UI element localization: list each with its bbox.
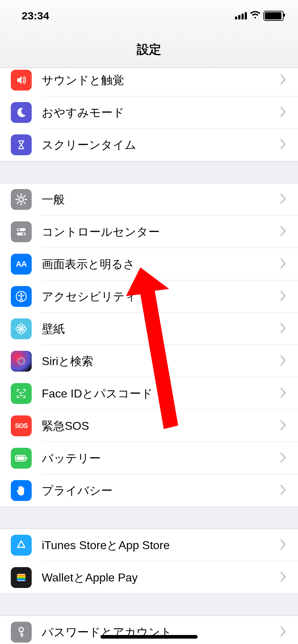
row-label: iTunes StoreとApp Store: [32, 539, 280, 552]
chevron-right-icon: [280, 226, 298, 238]
chevron-right-icon: [280, 139, 298, 151]
settings-group-0: サウンドと触覚 おやすみモード スクリーンタイム: [0, 68, 298, 161]
settings-row-dnd[interactable]: おやすみモード: [0, 96, 298, 129]
row-label: 画面表示と明るさ: [32, 258, 280, 271]
row-label: アクセシビリティ: [32, 290, 280, 303]
chevron-right-icon: [280, 193, 298, 206]
svg-point-17: [20, 331, 23, 334]
settings-row-sounds[interactable]: サウンドと触覚: [0, 68, 298, 96]
svg-line-7: [24, 196, 25, 197]
settings-row-faceid[interactable]: Face IDとパスコード: [0, 377, 298, 410]
gear-icon: [11, 189, 32, 210]
battery-full-icon: [11, 448, 32, 469]
chevron-right-icon: [280, 106, 298, 119]
settings-row-sos[interactable]: SOS 緊急SOS: [0, 410, 298, 442]
battery-icon: [263, 11, 284, 21]
svg-rect-30: [26, 457, 27, 459]
row-label: プライバシー: [32, 484, 280, 497]
chevron-right-icon: [280, 323, 298, 335]
home-indicator[interactable]: [0, 635, 298, 639]
svg-point-16: [20, 323, 23, 327]
faceid-icon: [11, 383, 32, 404]
settings-row-controlcenter[interactable]: コントロールセンター: [0, 216, 298, 248]
flower-icon: [11, 318, 32, 339]
settings-row-privacy[interactable]: プライバシー: [0, 474, 298, 507]
settings-row-wallpaper[interactable]: 壁紙: [0, 313, 298, 345]
svg-point-24: [18, 358, 25, 365]
icon-text: AA: [16, 259, 27, 269]
row-label: サウンドと触覚: [32, 74, 280, 87]
chevron-right-icon: [280, 452, 298, 464]
svg-rect-35: [17, 579, 26, 580]
wifi-icon: [250, 11, 261, 21]
page-title: 設定: [137, 41, 161, 58]
svg-point-23: [17, 330, 21, 333]
cellular-signal-icon: [235, 12, 247, 19]
svg-point-27: [22, 392, 23, 393]
svg-rect-29: [17, 456, 24, 460]
svg-point-26: [19, 392, 20, 393]
hourglass-icon: [11, 134, 32, 155]
row-label: 壁紙: [32, 322, 280, 335]
svg-point-18: [16, 328, 19, 330]
settings-group-2: iTunes StoreとApp Store WalletとApple Pay: [0, 529, 298, 594]
moon-icon: [11, 102, 32, 123]
row-label: Face IDとパスコード: [32, 387, 280, 400]
row-label: 緊急SOS: [32, 419, 280, 432]
appstore-icon: [11, 535, 32, 556]
svg-rect-34: [17, 578, 26, 579]
settings-row-screentime[interactable]: スクリーンタイム: [0, 129, 298, 161]
settings-row-siri[interactable]: Siriと検索: [0, 345, 298, 377]
settings-group-3: パスワードとアカウント: [0, 616, 298, 644]
chevron-right-icon: [280, 539, 298, 551]
chevron-right-icon: [280, 571, 298, 584]
chevron-right-icon: [280, 74, 298, 86]
chevron-right-icon: [280, 258, 298, 270]
switches-icon: [11, 221, 32, 242]
svg-point-14: [20, 293, 22, 295]
accessibility-icon: [11, 286, 32, 307]
row-label: バッテリー: [32, 452, 280, 465]
svg-line-8: [17, 202, 19, 203]
settings-row-accessibility[interactable]: アクセシビリティ: [0, 280, 298, 313]
row-label: スクリーンタイム: [32, 138, 280, 151]
status-bar: 23:34: [0, 0, 298, 32]
svg-point-10: [18, 229, 20, 231]
svg-point-19: [23, 328, 27, 330]
navigation-bar: 設定: [0, 32, 298, 68]
settings-row-general[interactable]: 一般: [0, 183, 298, 216]
settings-row-itunes[interactable]: iTunes StoreとApp Store: [0, 529, 298, 561]
siri-icon: [11, 351, 32, 372]
svg-point-12: [22, 233, 24, 235]
settings-row-passwords[interactable]: パスワードとアカウント: [0, 616, 298, 644]
status-right: [235, 11, 284, 21]
settings-row-display[interactable]: AA 画面表示と明るさ: [0, 248, 298, 280]
svg-point-22: [22, 325, 26, 328]
svg-rect-33: [17, 576, 26, 578]
settings-group-1: 一般 コントロールセンター AA 画面表示と明るさ アクセシビリティ 壁紙: [0, 183, 298, 507]
status-time: 23:34: [22, 10, 49, 22]
chevron-right-icon: [280, 484, 298, 497]
row-label: WalletとApple Pay: [32, 571, 280, 584]
chevron-right-icon: [280, 355, 298, 367]
row-label: コントロールセンター: [32, 225, 280, 238]
row-label: 一般: [32, 193, 280, 206]
key-icon: [11, 622, 32, 643]
sos-icon: SOS: [11, 415, 32, 436]
svg-point-0: [19, 197, 23, 202]
svg-point-20: [17, 325, 21, 328]
textsize-icon: AA: [11, 254, 32, 275]
row-label: Siriと検索: [32, 355, 280, 368]
svg-line-6: [24, 202, 25, 203]
sound-icon: [11, 70, 32, 91]
content: サウンドと触覚 おやすみモード スクリーンタイム 一般 コントロールセンター: [0, 68, 298, 644]
chevron-right-icon: [280, 290, 298, 303]
svg-point-36: [19, 627, 23, 632]
svg-point-21: [22, 330, 26, 333]
chevron-right-icon: [280, 387, 298, 400]
settings-row-wallet[interactable]: WalletとApple Pay: [0, 561, 298, 594]
settings-row-battery[interactable]: バッテリー: [0, 442, 298, 474]
svg-line-5: [17, 196, 19, 197]
svg-rect-32: [17, 575, 26, 576]
chevron-right-icon: [280, 420, 298, 432]
